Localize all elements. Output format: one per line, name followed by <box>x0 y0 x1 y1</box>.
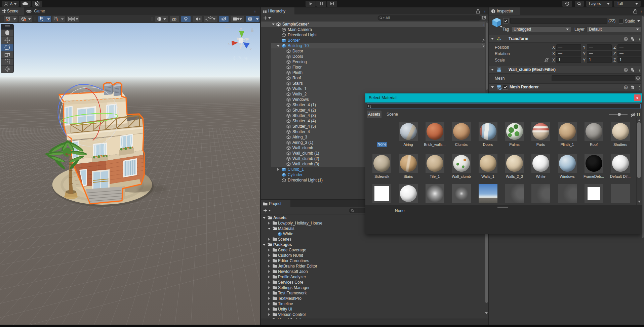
svg-text:⋮: ⋮ <box>638 37 641 41</box>
svg-text:❮ Persp: ❮ Persp <box>233 55 248 60</box>
svg-text:Y: Y <box>42 19 44 22</box>
svg-text:⋮: ⋮ <box>638 86 641 90</box>
svg-text:2D: 2D <box>172 17 176 21</box>
svg-text:?: ? <box>625 68 627 72</box>
svg-text:A: A <box>10 2 13 6</box>
svg-text:11: 11 <box>636 113 641 117</box>
svg-text:x: x <box>228 42 230 45</box>
svg-text:⋮: ⋮ <box>638 68 641 72</box>
svg-text:?: ? <box>625 86 627 89</box>
svg-text:?: ? <box>625 37 627 41</box>
svg-text:z: z <box>250 47 252 51</box>
svg-text:All: All <box>386 16 390 20</box>
svg-text:y: y <box>240 27 242 31</box>
